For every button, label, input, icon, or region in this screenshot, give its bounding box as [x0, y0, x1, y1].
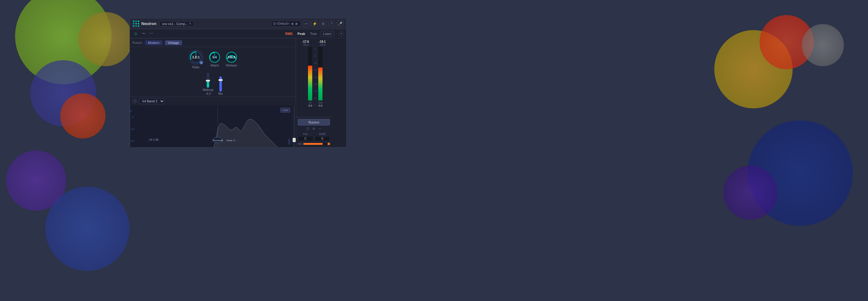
plugin-window: Neutron vox vs1 - Comp... ✎ ☰ <Default> …	[130, 18, 347, 147]
width-control: Width 0	[315, 132, 330, 141]
pan-value[interactable]: C	[298, 136, 313, 141]
width-value[interactable]: 0	[315, 136, 330, 141]
wave-icon[interactable]: 〜	[140, 30, 147, 37]
in-meter-reading: -17.6 -26.0	[302, 40, 309, 46]
preset-selector[interactable]: vox vs1 - Comp... ✎	[159, 21, 194, 27]
mix-row: Mix	[298, 142, 330, 145]
gr-slider[interactable]	[292, 105, 296, 147]
pan-control: Pan C	[298, 132, 313, 141]
width-label: Width	[319, 132, 326, 135]
in-rms-val: -26.0	[302, 43, 309, 46]
auto-button[interactable]: Auto	[280, 108, 290, 112]
meter-scale-area: In 0.0 -3 -6 -10 -15 -20 -30 -40 -	[296, 47, 332, 107]
learn-button[interactable]: Learn	[320, 31, 334, 36]
preset-nav: ☰ <Default> ◀ ▶	[271, 21, 301, 27]
makeup-label: Makeup	[203, 88, 213, 92]
lightning-button[interactable]: ⚡	[311, 21, 318, 27]
band-info-button[interactable]: ⓘ	[132, 99, 137, 104]
true-mode-button[interactable]: True	[309, 31, 318, 36]
tool-icons: ☺ 〜 〰	[132, 30, 155, 37]
out-peak-val: -19.1	[319, 40, 326, 43]
punch-bar: Punch: Modern Vintage	[130, 38, 296, 47]
ratio-knob-container: 3.2:1 A Ratio	[188, 49, 204, 69]
punch-label: Punch:	[132, 41, 143, 44]
makeup-slider-container: Makeup -4.3	[203, 72, 213, 95]
help-button[interactable]: ?	[328, 21, 335, 27]
svg-text:Gain: Gain	[287, 139, 290, 144]
title-controls: ☰ <Default> ◀ ▶ ↩ ⚡ ⚙ ? 🎤	[271, 21, 343, 27]
channel-controls: Bypass ⓘ ⊘ ↔ Pan C Width 0	[296, 117, 332, 147]
peak-mode-button[interactable]: Peak	[296, 31, 307, 36]
info-icon[interactable]: ⓘ	[306, 127, 310, 131]
mix-label: Mix	[218, 92, 223, 95]
ratio-auto-badge: A	[199, 61, 203, 64]
svg-text:-5: -5	[131, 115, 134, 119]
release-value: 345.9	[225, 51, 238, 63]
in-peak-val: -17.6	[302, 40, 309, 43]
release-knob[interactable]: 345.9	[225, 51, 238, 63]
sliders-row: Makeup -4.3 Mix	[130, 71, 296, 97]
mix-slider-horizontal[interactable]	[303, 143, 327, 145]
pan-label: Pan	[303, 132, 308, 135]
in-bar: In 0.0	[308, 47, 312, 107]
in-bar-fill	[308, 66, 312, 101]
out-bar-fill	[318, 67, 322, 101]
rms-mode-button[interactable]: RMS	[284, 31, 293, 36]
effect-icons: ⓘ ⊘ ↔	[298, 127, 330, 131]
attack-label: Attack	[210, 64, 219, 67]
in-label: In	[309, 101, 312, 104]
meter-panel: -17.6 -26.0 -19.1 -26.8	[296, 38, 332, 147]
edit-icon: ✎	[189, 22, 191, 25]
out-meter-reading: -19.1 -26.8	[319, 40, 326, 46]
next-preset-button[interactable]: ▶	[295, 22, 299, 26]
attack-value: 5.4	[209, 51, 221, 63]
compressor-panel: ① S Punch: Modern Vintage	[130, 38, 296, 147]
band-selector: ⓘ Int Band 2	[130, 97, 296, 105]
makeup-slider[interactable]	[207, 72, 209, 88]
controls-area: Punch: Modern Vintage	[130, 38, 296, 105]
phase-icon[interactable]: ⊘	[313, 127, 315, 131]
bypass-button[interactable]: Bypass	[298, 119, 330, 126]
mix-end-dot	[328, 143, 330, 145]
makeup-value: -4.3	[206, 92, 211, 95]
svg-text:-20: -20	[130, 140, 134, 143]
spectrum-icon[interactable]: 〰	[148, 30, 155, 37]
add-module-button[interactable]: +	[338, 31, 344, 36]
main-area: ① S Punch: Modern Vintage	[130, 38, 346, 147]
modern-button[interactable]: Modern	[145, 40, 162, 45]
svg-text:Knee: 0: Knee: 0	[227, 139, 235, 142]
attack-knob[interactable]: 5.4	[209, 51, 221, 63]
toolbar: ☺ 〜 〰 RMS Peak True Learn +	[130, 29, 346, 38]
compression-graph: -5 -10 -20 -40 -80 0 Threshold	[130, 105, 296, 147]
in-val: 0.0	[308, 104, 312, 107]
knobs-row: 3.2:1 A Ratio	[130, 47, 296, 71]
ratio-label: Ratio	[192, 66, 199, 69]
out-rms-val: -26.8	[319, 43, 326, 46]
history-button[interactable]: ↩	[303, 21, 310, 27]
person-icon[interactable]: ☺	[132, 30, 139, 37]
pan-width-row: Pan C Width 0	[298, 132, 330, 141]
stereo-icon[interactable]: ↔	[318, 127, 321, 131]
title-bar: Neutron vox vs1 - Comp... ✎ ☰ <Default> …	[130, 19, 346, 29]
prev-preset-button[interactable]: ◀	[290, 22, 294, 26]
out-bar-track	[318, 47, 322, 101]
default-preset: <Default>	[276, 22, 289, 25]
scale-numbers: -3 -6 -10 -15 -20 -30 -40 -50 -∞	[313, 47, 317, 107]
mix-slider[interactable]	[219, 76, 222, 92]
app-name: Neutron	[141, 21, 156, 26]
release-knob-container: 345.9 Release	[225, 51, 238, 67]
mode-buttons: RMS Peak True Learn +	[284, 31, 344, 36]
band-select[interactable]: Int Band 2	[139, 98, 164, 104]
out-label: Out	[318, 101, 323, 104]
menu-icon: ☰	[273, 22, 276, 25]
logo-dots	[133, 21, 140, 27]
mic-button[interactable]: 🎤	[337, 21, 343, 27]
out-bar: Out 0.0	[318, 47, 323, 107]
out-val: 0.0	[318, 104, 322, 107]
preset-value: vox vs1 - Comp...	[162, 22, 188, 26]
vintage-button[interactable]: Vintage	[165, 40, 182, 45]
svg-text:-10: -10	[130, 128, 134, 131]
settings-button[interactable]: ⚙	[320, 21, 327, 27]
in-bar-track	[308, 47, 312, 101]
ratio-knob[interactable]: 3.2:1 A	[188, 49, 204, 65]
